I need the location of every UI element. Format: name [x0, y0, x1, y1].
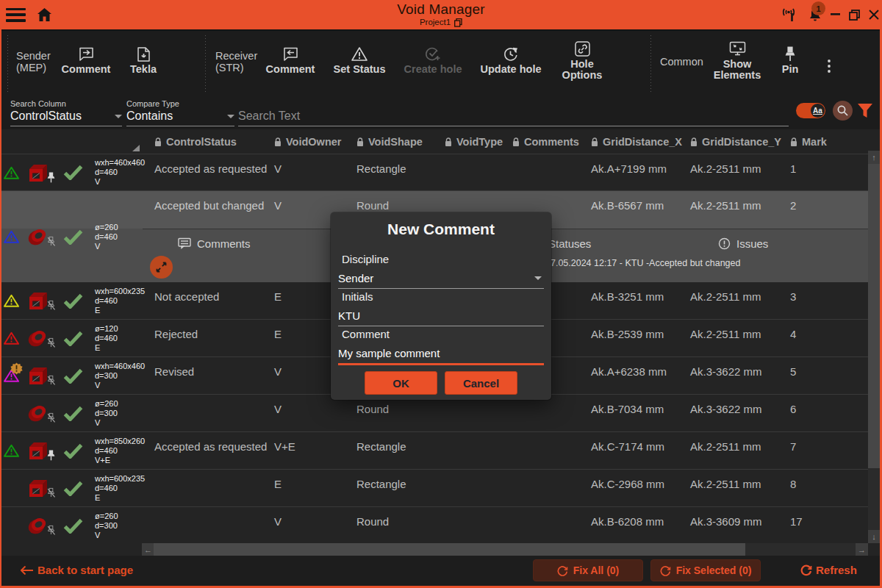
unpinned-icon: [47, 375, 56, 386]
fix-refresh-icon: [660, 565, 671, 576]
sender-comment-button[interactable]: Comment: [63, 41, 109, 88]
match-case-toggle[interactable]: Aa: [796, 103, 825, 118]
tekla-button[interactable]: Tekla: [125, 41, 162, 88]
scroll-up-icon[interactable]: ↑: [868, 151, 880, 164]
cell-VoidShape: Rectangle: [356, 478, 406, 490]
update-hole-button[interactable]: Update hole: [481, 41, 540, 88]
pin-cell[interactable]: [47, 357, 57, 394]
check-icon: [63, 229, 83, 245]
scroll-right-icon[interactable]: →: [856, 543, 868, 556]
pin-cell[interactable]: [47, 470, 57, 506]
back-to-start-link[interactable]: Back to start page: [21, 564, 133, 576]
filter-icon[interactable]: [857, 103, 873, 118]
pin-cell[interactable]: [47, 191, 57, 282]
scroll-left-icon[interactable]: ←: [142, 543, 154, 556]
shape-cell: [27, 395, 49, 431]
unpinned-icon: [47, 525, 56, 536]
cell-VoidShape: Rectangle: [356, 162, 406, 175]
search-text-placeholder: Search Text: [238, 109, 789, 123]
discipline-select[interactable]: Sender: [338, 272, 544, 284]
horizontal-scrollbar[interactable]: ← →: [142, 543, 868, 556]
column-header-GridDistance_X[interactable]: GridDistance_X: [591, 136, 682, 148]
compare-type-select[interactable]: Compare Type Contains: [126, 99, 234, 126]
column-header-Mark[interactable]: Mark: [790, 136, 827, 148]
lock-icon: [690, 137, 698, 147]
fix-selected-button[interactable]: Fix Selected (0): [650, 559, 761, 581]
chevron-down-icon: [534, 276, 542, 280]
column-header-VoidOwner[interactable]: VoidOwner: [274, 136, 341, 148]
pin-icon: [785, 41, 795, 62]
column-header-ControlStatus[interactable]: ControlStatus: [154, 136, 237, 148]
vertical-scrollbar[interactable]: ↑ ↓: [868, 151, 880, 543]
cell-GridDistance_X: Ak.B-6567 mm: [591, 199, 664, 212]
create-hole-button[interactable]: Create hole: [404, 41, 462, 88]
issues-icon: [718, 237, 731, 250]
search-button[interactable]: [833, 101, 853, 121]
table-row[interactable]: ø=260d=300VVRoundAk.B-6208 mmAk.3-3609 m…: [1, 507, 868, 543]
severity-cell: [3, 154, 19, 190]
pin-cell[interactable]: [47, 395, 57, 431]
table-row[interactable]: wxh=460x460d=460VAccepted as requestedVR…: [1, 154, 868, 191]
pin-button[interactable]: Pin: [775, 41, 806, 88]
comment-input[interactable]: My sample comment: [338, 347, 544, 359]
void-box-icon: [27, 478, 49, 498]
dimension-line: E: [95, 306, 145, 315]
void-round-icon: [27, 516, 49, 535]
column-header-VoidShape[interactable]: VoidShape: [356, 136, 423, 148]
expand-comments-button[interactable]: [150, 256, 173, 279]
pin-cell[interactable]: [47, 282, 57, 319]
pin-cell[interactable]: [47, 320, 57, 356]
hole-options-button[interactable]: Hole Options: [559, 39, 606, 86]
set-status-button[interactable]: Set Status: [334, 41, 385, 88]
table-row[interactable]: wxh=850x260d=460V+EAccepted as requested…: [1, 432, 868, 470]
dimension-line: d=460: [95, 232, 118, 242]
ok-button[interactable]: OK: [365, 371, 437, 395]
dialog-title: New Comment: [331, 212, 551, 238]
status-triangle-icon: [4, 230, 19, 243]
column-header-GridDistance_Y[interactable]: GridDistance_Y: [690, 136, 781, 148]
cell-GridDistance_Y: Ak.3-3609 mm: [690, 515, 762, 528]
hole-options-icon: [575, 39, 590, 57]
column-header-VoidType[interactable]: VoidType: [445, 136, 503, 148]
pin-cell[interactable]: [47, 507, 57, 543]
minimize-button[interactable]: [826, 4, 844, 25]
table-row[interactable]: ø=260d=300VVRoundAk.B-7034 mmAk.3-3622 m…: [1, 395, 868, 432]
cell-VoidShape: Rectangle: [356, 440, 406, 453]
severity-cell: [3, 357, 19, 394]
cancel-button[interactable]: Cancel: [445, 371, 517, 395]
pin-cell[interactable]: [47, 154, 57, 190]
void-dimensions: ø=120d=460E: [95, 320, 118, 356]
restore-button[interactable]: [845, 4, 863, 25]
pin-cell[interactable]: [47, 432, 57, 469]
broadcast-icon[interactable]: [781, 4, 798, 25]
vertical-scrollbar-thumb[interactable]: [868, 164, 880, 468]
resize-grip-icon[interactable]: [132, 145, 140, 151]
status-triangle-icon: [4, 166, 19, 179]
column-header-Comments[interactable]: Comments: [512, 136, 579, 148]
table-row[interactable]: wxh=600x235d=460EERectangleAk.C-2968 mmA…: [1, 470, 868, 507]
initials-input[interactable]: KTU: [338, 309, 544, 322]
column-header-label: ControlStatus: [166, 136, 237, 148]
cell-GridDistance_Y: Ak.2-2511 mm: [690, 290, 761, 303]
cell-VoidOwner: V: [274, 199, 282, 212]
search-column-select[interactable]: Search Column ControlStatus: [10, 99, 122, 126]
check-icon: [63, 368, 83, 384]
show-elements-button[interactable]: Show Elements: [713, 39, 761, 86]
cell-VoidOwner: V+E: [274, 440, 295, 453]
refresh-link[interactable]: Refresh: [800, 564, 857, 576]
lock-icon: [154, 137, 162, 147]
search-text-input[interactable]: Search Text: [238, 109, 789, 126]
scroll-down-icon[interactable]: ↓: [868, 530, 880, 543]
cell-VoidShape: Round: [356, 515, 389, 528]
more-options-icon[interactable]: [828, 60, 831, 76]
fix-all-button[interactable]: Fix All (0): [533, 559, 643, 581]
cell-GridDistance_Y: Ak.2-2511 mm: [690, 162, 761, 175]
initials-label: Initials: [338, 290, 544, 303]
shape-cell: [27, 154, 49, 190]
chevron-down-icon: [227, 115, 234, 118]
horizontal-scrollbar-thumb[interactable]: [154, 543, 745, 556]
receiver-comment-button[interactable]: Comment: [267, 41, 314, 88]
notifications-bell-icon[interactable]: 1: [806, 4, 824, 25]
dimension-line: V: [95, 177, 145, 187]
cell-VoidOwner: V: [274, 515, 282, 528]
